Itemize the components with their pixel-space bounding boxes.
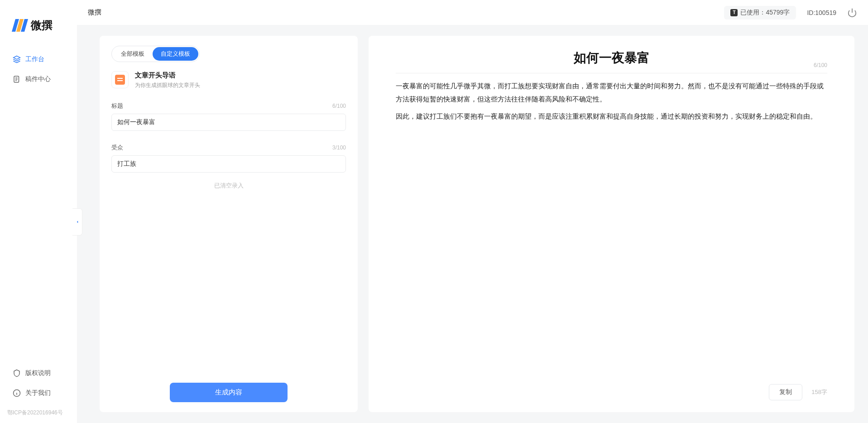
sidebar-item-label: 版权说明 bbox=[25, 369, 51, 377]
sidebar: 微撰 工作台 稿件中心 版权说明 关于我们 鄂IC bbox=[0, 0, 77, 423]
collapse-sidebar-button[interactable] bbox=[72, 208, 82, 236]
sidebar-item-label: 稿件中心 bbox=[25, 75, 51, 83]
field-audience-label: 受众 bbox=[111, 144, 123, 152]
field-audience-count: 3/100 bbox=[332, 144, 346, 151]
panel-form: 全部模板 自定义模板 文章开头导语 为你生成抓眼球的文章开头 标题 6/100 … bbox=[100, 36, 358, 412]
main: 全部模板 自定义模板 文章开头导语 为你生成抓眼球的文章开头 标题 6/100 … bbox=[77, 25, 868, 423]
panel-output: 如何一夜暴富 6/100 一夜暴富的可能性几乎微乎其微，而打工族想要实现财富自由… bbox=[369, 36, 854, 412]
info-icon bbox=[13, 389, 21, 397]
output-body: 一夜暴富的可能性几乎微乎其微，而打工族想要实现财富自由，通常需要付出大量的时间和… bbox=[396, 80, 827, 128]
topbar: 微撰 T 已使用：45799字 ID:100519 bbox=[77, 0, 868, 25]
topbar-right: T 已使用：45799字 ID:100519 bbox=[724, 6, 857, 19]
output-title-row: 如何一夜暴富 6/100 bbox=[396, 49, 827, 73]
output-paragraph: 一夜暴富的可能性几乎微乎其微，而打工族想要实现财富自由，通常需要付出大量的时间和… bbox=[396, 80, 827, 106]
output-title: 如何一夜暴富 bbox=[574, 49, 650, 67]
template-header: 文章开头导语 为你生成抓眼球的文章开头 bbox=[111, 71, 346, 89]
sidebar-item-label: 工作台 bbox=[25, 55, 44, 63]
generate-button[interactable]: 生成内容 bbox=[170, 383, 288, 402]
sidebar-item-about[interactable]: 关于我们 bbox=[5, 385, 72, 402]
icp-text: 鄂ICP备2022016946号 bbox=[0, 409, 77, 423]
logo: 微撰 bbox=[0, 0, 77, 51]
clear-input-link[interactable]: 已清空录入 bbox=[111, 182, 346, 190]
doc-icon bbox=[13, 75, 21, 83]
power-button[interactable] bbox=[847, 8, 857, 18]
tab-custom-template[interactable]: 自定义模板 bbox=[153, 47, 198, 61]
output-title-count: 6/100 bbox=[814, 62, 827, 68]
field-title-block: 标题 6/100 bbox=[111, 102, 346, 131]
usage-label: 已使用：45799字 bbox=[740, 9, 790, 17]
copy-button[interactable]: 复制 bbox=[769, 384, 802, 400]
output-footer: 复制 158字 bbox=[769, 384, 827, 400]
logo-text: 微撰 bbox=[31, 18, 53, 33]
audience-input[interactable] bbox=[111, 155, 346, 173]
template-doc-icon bbox=[111, 71, 129, 88]
tab-all-templates[interactable]: 全部模板 bbox=[113, 47, 153, 61]
text-count-icon: T bbox=[730, 9, 738, 16]
template-title: 文章开头导语 bbox=[135, 71, 200, 80]
title-input[interactable] bbox=[111, 114, 346, 131]
template-tabs: 全部模板 自定义模板 bbox=[111, 46, 200, 62]
usage-badge[interactable]: T 已使用：45799字 bbox=[724, 6, 796, 19]
field-title-count: 6/100 bbox=[332, 103, 346, 109]
field-title-label: 标题 bbox=[111, 102, 123, 110]
sidebar-item-drafts[interactable]: 稿件中心 bbox=[5, 71, 72, 88]
output-paragraph: 因此，建议打工族们不要抱有一夜暴富的期望，而是应该注重积累财富和提高自身技能，通… bbox=[396, 110, 827, 123]
nav-main: 工作台 稿件中心 bbox=[0, 51, 77, 91]
sidebar-item-copyright[interactable]: 版权说明 bbox=[5, 365, 72, 382]
sidebar-item-workbench[interactable]: 工作台 bbox=[5, 51, 72, 68]
user-id: ID:100519 bbox=[807, 9, 836, 16]
output-char-count: 158字 bbox=[811, 388, 827, 396]
cube-icon bbox=[13, 55, 21, 63]
page-title: 微撰 bbox=[88, 8, 101, 17]
field-audience-block: 受众 3/100 bbox=[111, 144, 346, 173]
sidebar-item-label: 关于我们 bbox=[25, 389, 51, 397]
logo-mark-icon bbox=[14, 19, 26, 32]
template-desc: 为你生成抓眼球的文章开头 bbox=[135, 82, 200, 89]
sidebar-bottom: 版权说明 关于我们 bbox=[0, 365, 77, 409]
shield-icon bbox=[13, 369, 21, 377]
